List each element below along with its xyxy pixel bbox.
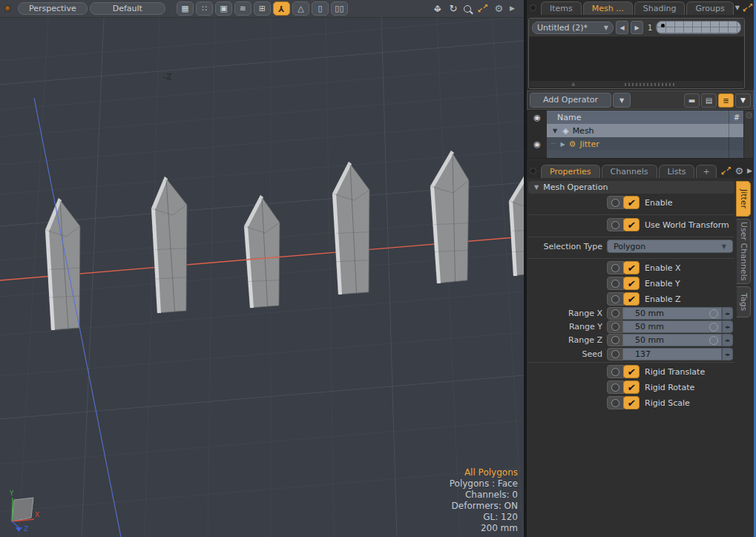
enable-y-checkbox[interactable]: ✔	[623, 277, 640, 290]
enable-x-checkbox[interactable]: ✔	[623, 261, 640, 274]
channel-toggle[interactable]	[607, 307, 623, 320]
waves-icon[interactable]: ≋	[234, 1, 252, 16]
seed-input[interactable]: 137	[623, 348, 722, 360]
side-tab-jitter[interactable]: Jitter	[736, 181, 751, 217]
pan-icon[interactable]: ↔↕	[433, 4, 443, 14]
viewport-3d[interactable]: Perspective Default ▦ ∷ ▣ ≋ ⊞ Y △ ▯ ▯▯ ↔…	[0, 0, 524, 537]
tab-groups[interactable]: Groups	[686, 1, 733, 15]
tab-shading[interactable]: Shading	[634, 1, 686, 15]
enable-x-label: Enable X	[645, 263, 681, 273]
add-operator-button[interactable]: Add Operator	[530, 93, 611, 108]
four-rings-icon[interactable]: ∷	[196, 1, 213, 16]
channel-toggle[interactable]	[607, 348, 623, 360]
zoom-icon[interactable]	[464, 5, 471, 13]
side-tab-user-channels[interactable]: User Channels	[736, 219, 751, 284]
view-mode-button[interactable]: Perspective	[18, 2, 88, 15]
frame-number: 1	[648, 24, 652, 32]
mini-slider-icon[interactable]: ◂▸	[722, 334, 733, 346]
rigid-translate-checkbox[interactable]: ✔	[623, 365, 640, 378]
scene-canvas[interactable]	[0, 18, 524, 537]
rigid-rotate-checkbox[interactable]: ✔	[623, 380, 640, 394]
column-count-header[interactable]: #	[729, 111, 744, 124]
add-operator-caret[interactable]: ▼	[613, 93, 631, 108]
column-name-header[interactable]: Name	[547, 111, 729, 124]
overlay-rect-icon[interactable]: ⊞	[254, 1, 271, 16]
viewport-more-icon[interactable]: ▶	[510, 5, 515, 12]
shading-mode-button[interactable]: Default	[90, 2, 165, 15]
splitter-collapse-icon[interactable]: ▲	[571, 81, 575, 88]
mini-slider-icon[interactable]: ◂▸	[722, 307, 733, 320]
jitter-item-label: Jitter	[579, 139, 599, 149]
double-capsule-icon[interactable]: ▯▯	[331, 1, 348, 16]
list-item-mesh[interactable]: ▼ ◈ Mesh	[527, 124, 744, 137]
gizmo-x-label: X	[35, 511, 39, 518]
tab-lists[interactable]: Lists	[659, 165, 695, 178]
channel-toggle[interactable]	[607, 218, 624, 231]
filter-icon[interactable]: ▼	[735, 93, 751, 108]
panel-maximize-icon[interactable]: ↗↙	[721, 167, 731, 176]
mini-slider-icon[interactable]: ◂▸	[722, 320, 733, 333]
range-y-input[interactable]: 50 mm	[623, 320, 722, 333]
checkmark-icon: ✔	[627, 367, 637, 377]
tab-properties[interactable]: Properties	[541, 165, 600, 178]
axis-gizmo[interactable]: Y X Z	[3, 488, 62, 536]
side-tab-tags[interactable]: Tags	[736, 286, 751, 317]
cone-light-icon[interactable]: △	[292, 1, 309, 16]
selection-type-dropdown[interactable]: Polygon ▼	[607, 240, 733, 253]
eye-icon[interactable]: ◉	[527, 137, 547, 151]
eye-icon[interactable]: ◉	[527, 111, 547, 124]
tab-channels[interactable]: Channels	[602, 165, 657, 178]
mini-dial-icon[interactable]	[709, 336, 718, 345]
capsule-icon[interactable]: ▯	[312, 1, 329, 16]
list-detail-icon[interactable]: ▤	[701, 93, 717, 108]
scene-selector-dropdown[interactable]: Untitled (2)* ▼	[532, 22, 614, 34]
list-compact-icon[interactable]: ▬	[684, 93, 700, 108]
range-x-input[interactable]: 50 mm	[623, 307, 722, 320]
rigid-scale-row: ✔ Rigid Scale	[528, 395, 733, 410]
rigid-scale-checkbox[interactable]: ✔	[623, 396, 640, 409]
channel-toggle[interactable]	[607, 196, 624, 209]
channel-toggle[interactable]	[607, 380, 624, 394]
tab-overflow-icon[interactable]: ▼	[735, 4, 740, 11]
mini-dial-icon[interactable]	[709, 323, 718, 332]
panel-maximize-icon[interactable]: ↗↙	[743, 4, 753, 13]
panel-settings-icon[interactable]: ⚙	[734, 166, 743, 176]
channel-toggle[interactable]	[607, 320, 623, 333]
orbit-icon[interactable]: ↻	[450, 3, 458, 14]
splitter-grip[interactable]	[625, 83, 677, 86]
viewport-settings-icon[interactable]: ⚙	[494, 4, 503, 13]
section-mesh-operation[interactable]: ▼ Mesh Operation	[528, 181, 734, 194]
channel-toggle[interactable]	[607, 292, 624, 306]
tab-add[interactable]: +	[696, 165, 716, 178]
channel-toggle[interactable]	[607, 396, 624, 409]
next-frame-button[interactable]: ▶	[631, 21, 643, 34]
maximize-icon[interactable]: ↗↙	[478, 4, 487, 13]
enable-z-checkbox[interactable]: ✔	[623, 292, 640, 306]
tab-mesh-ops[interactable]: Mesh ...	[583, 1, 633, 15]
range-z-input[interactable]: 50 mm	[623, 334, 722, 346]
expand-arrow-icon[interactable]: ▼	[553, 128, 557, 134]
scrollbar-thumb[interactable]	[746, 112, 752, 119]
tab-items[interactable]: Items	[541, 1, 582, 15]
panel-more-icon[interactable]: ▶	[747, 168, 752, 174]
list-rows-icon[interactable]: ≡	[718, 93, 734, 108]
vertex-figure-icon[interactable]: Y	[273, 1, 290, 16]
mini-dial-icon[interactable]	[709, 309, 718, 318]
channel-toggle[interactable]	[607, 261, 624, 274]
channel-toggle[interactable]	[607, 365, 624, 378]
enable-checkbox[interactable]: ✔	[623, 196, 640, 209]
channel-toggle[interactable]	[607, 277, 624, 290]
channel-toggle[interactable]	[607, 334, 623, 346]
collapse-arrow-icon[interactable]: ▶	[560, 141, 565, 148]
checkerboard-icon[interactable]: ▦	[177, 1, 194, 16]
viewport-menu-dot[interactable]	[4, 5, 11, 12]
list-splitter[interactable]: ▲	[530, 81, 743, 88]
list-item-jitter[interactable]: ◉ ┈ ▶ ⚙ Jitter	[527, 137, 744, 151]
list-header-row[interactable]: ◉ Name #	[527, 111, 744, 124]
list-scrollbar[interactable]	[743, 111, 753, 158]
prev-frame-button[interactable]: ◀	[616, 21, 628, 34]
mini-slider-icon[interactable]: ◂▸	[722, 348, 733, 360]
timeline-strip[interactable]	[656, 21, 741, 34]
solid-square-icon[interactable]: ▣	[215, 1, 232, 16]
use-world-transform-checkbox[interactable]: ✔	[623, 218, 640, 231]
